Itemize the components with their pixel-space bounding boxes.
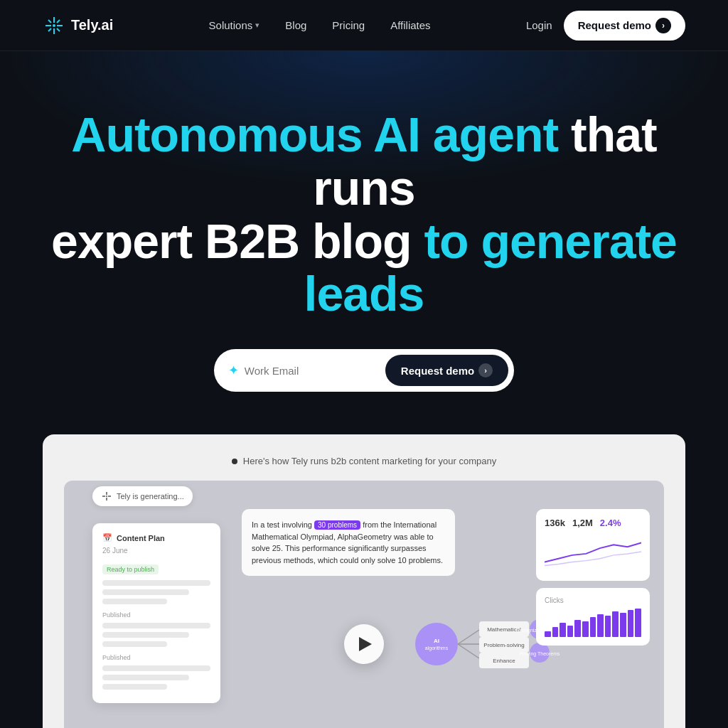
svg-line-8: [48, 28, 51, 31]
nav-link-affiliates[interactable]: Affiliates: [390, 19, 430, 31]
hero-section: Autonomous AI agent that runsexpert B2B …: [0, 51, 728, 434]
ready-to-publish-badge: Ready to publish: [102, 564, 159, 574]
form-arrow-icon: ›: [478, 363, 493, 378]
problems-badge: 30 problems: [314, 520, 360, 530]
video-container: Tely is generating... 📅 Content Plan 26 …: [64, 481, 664, 728]
svg-text:Problem-solving: Problem-solving: [483, 642, 524, 648]
chevron-down-icon: ▾: [255, 21, 259, 30]
skeleton-line: [102, 623, 210, 628]
logo[interactable]: Tely.ai: [43, 14, 113, 37]
logo-icon: [43, 14, 65, 37]
arrow-icon: ›: [655, 18, 671, 33]
skeleton-line: [102, 599, 167, 604]
sparkle-icon: ✦: [228, 363, 239, 378]
article-panel: In a test involving 30 problems from the…: [242, 509, 455, 576]
play-icon: [359, 637, 372, 651]
nav-link-solutions[interactable]: Solutions ▾: [209, 19, 260, 31]
skeleton-line: [102, 632, 189, 638]
skeleton-line: [102, 589, 189, 595]
email-form: ✦ Request demo ›: [214, 349, 514, 392]
video-label: Here's how Tely runs b2b content marketi…: [64, 456, 664, 466]
svg-text:algorithms: algorithms: [425, 646, 449, 651]
tely-generating-badge: Tely is generating...: [92, 486, 193, 506]
svg-line-17: [458, 630, 479, 644]
calendar-icon: 📅: [102, 533, 112, 542]
nav-link-blog[interactable]: Blog: [285, 19, 306, 31]
svg-text:AI: AI: [434, 638, 439, 644]
svg-line-6: [57, 28, 60, 31]
skeleton-line: [102, 641, 167, 647]
stats-card-top: 136k 1,2M 2.4%: [536, 509, 650, 581]
video-section: Here's how Tely runs b2b content marketi…: [43, 434, 685, 728]
play-button[interactable]: [344, 624, 384, 664]
dot-icon: [232, 459, 237, 464]
email-input[interactable]: [245, 365, 380, 377]
svg-point-0: [53, 24, 55, 27]
svg-text:Enhance: Enhance: [493, 658, 515, 664]
stats-panel: 136k 1,2M 2.4% Clicks: [536, 509, 650, 653]
nav-request-demo-button[interactable]: Request demo ›: [564, 11, 685, 41]
logo-text: Tely.ai: [71, 17, 113, 33]
skeleton-line: [102, 684, 167, 690]
login-button[interactable]: Login: [526, 19, 552, 31]
nav-links: Solutions ▾ Blog Pricing Affiliates: [209, 19, 431, 31]
svg-line-5: [48, 20, 51, 23]
content-plan-panel: 📅 Content Plan 26 June Ready to publish …: [92, 523, 220, 703]
svg-point-14: [415, 623, 458, 665]
video-inner: Tely is generating... 📅 Content Plan 26 …: [64, 481, 664, 728]
skeleton-line: [102, 580, 210, 586]
skeleton-line: [102, 665, 210, 671]
nav-link-pricing[interactable]: Pricing: [332, 19, 365, 31]
svg-point-9: [106, 496, 107, 497]
tely-small-icon: [101, 491, 112, 502]
nav-actions: Login Request demo ›: [526, 11, 685, 41]
skeleton-line: [102, 675, 189, 680]
sparkline-chart: [545, 534, 641, 569]
bar-chart: [545, 609, 641, 637]
stats-card-clicks: Clicks: [536, 588, 650, 646]
svg-line-7: [57, 20, 60, 23]
navbar: Tely.ai Solutions ▾ Blog Pricing Affilia…: [0, 0, 728, 51]
svg-line-19: [458, 644, 479, 658]
form-request-demo-button[interactable]: Request demo ›: [385, 355, 508, 386]
hero-title: Autonomous AI agent that runsexpert B2B …: [43, 108, 685, 321]
